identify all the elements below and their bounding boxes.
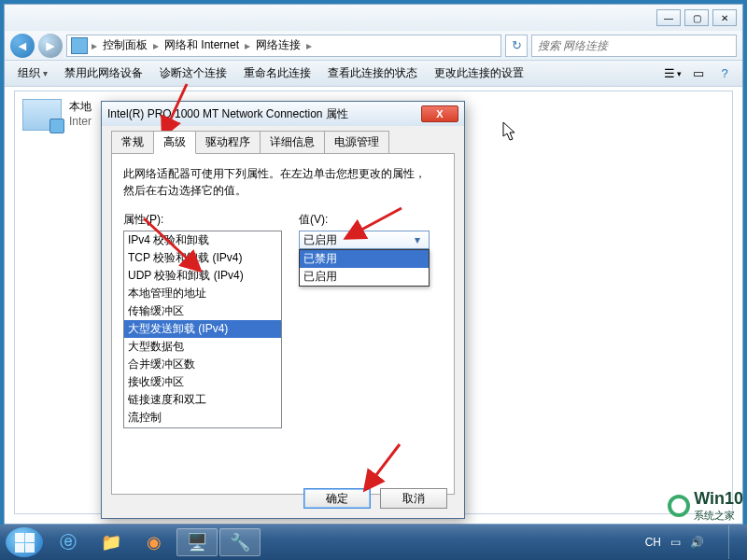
dialog-close-button[interactable]: X bbox=[421, 105, 458, 122]
titlebar: — ▢ ✕ bbox=[5, 5, 742, 31]
ime-indicator[interactable]: CH bbox=[645, 536, 661, 549]
forward-button[interactable]: ► bbox=[38, 34, 63, 58]
value-dropdown: 已禁用已启用 bbox=[299, 249, 430, 287]
chevron-down-icon: ▾ bbox=[410, 233, 425, 246]
property-listbox[interactable]: IPv4 校验和卸载TCP 校验和卸载 (IPv4)UDP 校验和卸载 (IPv… bbox=[123, 231, 282, 428]
property-item[interactable]: IPv4 校验和卸载 bbox=[124, 231, 281, 249]
property-item[interactable]: 接收缓冲区 bbox=[124, 373, 281, 391]
network-connection-item[interactable]: 本地 Inter bbox=[22, 99, 92, 131]
rename-button[interactable]: 重命名此连接 bbox=[236, 62, 318, 85]
show-desktop-button[interactable] bbox=[728, 525, 738, 559]
ok-button[interactable]: 确定 bbox=[303, 488, 371, 509]
address-bar[interactable]: ▸ 控制面板 ▸ 网络和 Internet ▸ 网络连接 ▸ bbox=[66, 35, 501, 57]
taskbar-explorer-icon[interactable]: 📁 bbox=[91, 528, 132, 556]
view-status-button[interactable]: 查看此连接的状态 bbox=[320, 62, 425, 85]
tab-driver[interactable]: 驱动程序 bbox=[195, 131, 261, 154]
property-item[interactable]: 合并缓冲区数 bbox=[124, 356, 281, 373]
property-item[interactable]: 优先级和 VLAN bbox=[124, 427, 281, 428]
property-item[interactable]: 大型数据包 bbox=[124, 338, 281, 356]
taskbar-ie-icon[interactable]: ⓔ bbox=[48, 528, 89, 556]
tab-panel-advanced: 此网络适配器可使用下列属性。在左边单击您想更改的属性， 然后在右边选择它的值。 … bbox=[111, 153, 455, 495]
property-item[interactable]: 流控制 bbox=[124, 409, 281, 427]
connection-adapter: Inter bbox=[69, 115, 92, 128]
breadcrumb-item[interactable]: 控制面板 bbox=[97, 37, 153, 53]
property-item[interactable]: 本地管理的地址 bbox=[124, 285, 281, 302]
taskbar-networkconnections-icon[interactable]: 🖥️ bbox=[176, 528, 218, 556]
navigation-bar: ◄ ► ▸ 控制面板 ▸ 网络和 Internet ▸ 网络连接 ▸ ↻ bbox=[5, 31, 742, 61]
preview-pane-button[interactable]: ▭ bbox=[686, 63, 711, 84]
value-current: 已启用 bbox=[303, 232, 337, 248]
back-button[interactable]: ◄ bbox=[10, 34, 35, 58]
diagnose-button[interactable]: 诊断这个连接 bbox=[152, 62, 234, 85]
tab-general[interactable]: 常规 bbox=[111, 131, 154, 154]
cancel-button[interactable]: 取消 bbox=[380, 488, 447, 509]
change-settings-button[interactable]: 更改此连接的设置 bbox=[427, 62, 531, 85]
property-item[interactable]: 链接速度和双工 bbox=[124, 391, 281, 409]
minimize-button[interactable]: — bbox=[656, 9, 681, 26]
close-button[interactable]: ✕ bbox=[712, 9, 737, 26]
command-bar: 组织 禁用此网络设备 诊断这个连接 重命名此连接 查看此连接的状态 更改此连接的… bbox=[5, 61, 742, 87]
location-icon bbox=[71, 37, 88, 54]
value-label: 值(V): bbox=[299, 212, 430, 228]
tab-advanced[interactable]: 高级 bbox=[153, 131, 196, 154]
breadcrumb-item[interactable]: 网络连接 bbox=[250, 37, 306, 53]
adapter-properties-dialog: Intel(R) PRO/1000 MT Network Connection … bbox=[101, 101, 465, 519]
dialog-title: Intel(R) PRO/1000 MT Network Connection … bbox=[107, 106, 421, 122]
tray-flag-icon[interactable]: ▭ bbox=[670, 536, 681, 549]
taskbar-mediaplayer-icon[interactable]: ◉ bbox=[134, 528, 175, 556]
value-option[interactable]: 已启用 bbox=[300, 268, 429, 286]
instruction-text: 此网络适配器可使用下列属性。在左边单击您想更改的属性， 然后在右边选择它的值。 bbox=[123, 165, 443, 199]
tab-power[interactable]: 电源管理 bbox=[324, 131, 389, 154]
property-item[interactable]: 传输缓冲区 bbox=[124, 302, 281, 320]
dialog-titlebar: Intel(R) PRO/1000 MT Network Connection … bbox=[102, 102, 464, 126]
breadcrumb-item[interactable]: 网络和 Internet bbox=[159, 37, 245, 53]
disable-device-button[interactable]: 禁用此网络设备 bbox=[57, 62, 150, 85]
value-option[interactable]: 已禁用 bbox=[300, 250, 429, 268]
network-adapter-icon bbox=[22, 99, 62, 131]
property-item[interactable]: UDP 校验和卸载 (IPv4) bbox=[124, 267, 281, 285]
taskbar-properties-icon[interactable]: 🔧 bbox=[219, 528, 261, 556]
search-input[interactable] bbox=[531, 35, 737, 57]
taskbar: ⓔ 📁 ◉ 🖥️ 🔧 CH ▭ 🔊 bbox=[0, 525, 747, 560]
tab-details[interactable]: 详细信息 bbox=[260, 131, 325, 154]
value-combobox[interactable]: 已启用 ▾ bbox=[299, 231, 430, 249]
maximize-button[interactable]: ▢ bbox=[684, 9, 709, 26]
system-tray: CH ▭ 🔊 bbox=[645, 525, 741, 559]
property-item[interactable]: 大型发送卸载 (IPv4) bbox=[124, 320, 281, 338]
start-button[interactable] bbox=[6, 527, 43, 557]
tab-strip: 常规 高级 驱动程序 详细信息 电源管理 bbox=[102, 126, 464, 153]
help-button[interactable]: ? bbox=[712, 63, 737, 84]
organize-button[interactable]: 组织 bbox=[10, 62, 55, 85]
refresh-button[interactable]: ↻ bbox=[505, 35, 528, 57]
property-label: 属性(P): bbox=[123, 212, 282, 228]
view-mode-button[interactable]: ☰ bbox=[660, 63, 684, 84]
tray-speaker-icon[interactable]: 🔊 bbox=[690, 536, 704, 549]
connection-name: 本地 bbox=[69, 99, 92, 115]
property-item[interactable]: TCP 校验和卸载 (IPv4) bbox=[124, 249, 281, 267]
